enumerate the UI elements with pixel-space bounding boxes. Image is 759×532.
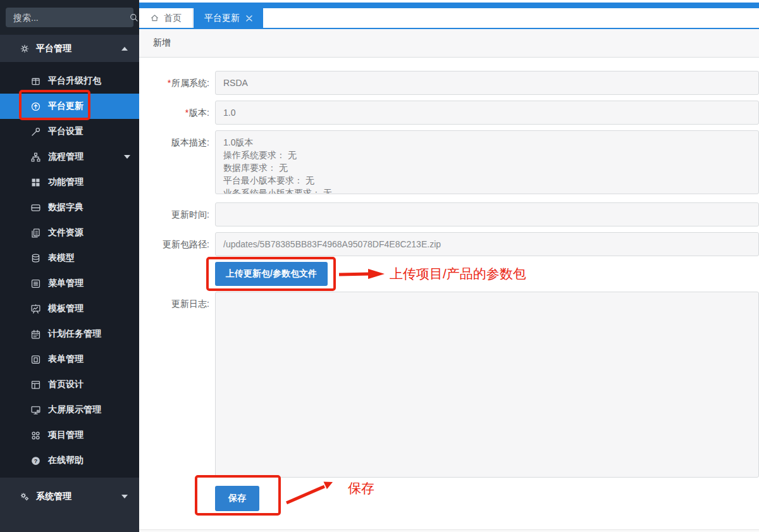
- tab-label: 首页: [164, 13, 182, 24]
- package-path-input[interactable]: [215, 232, 759, 256]
- tab-bar: 首页 平台更新: [139, 8, 759, 29]
- sidebar-item-data-dictionary[interactable]: 数据字典: [0, 195, 139, 220]
- version-input[interactable]: [215, 101, 759, 125]
- menu-list-icon: [30, 278, 41, 289]
- app-window: 平台管理 平台升级打包 平台更新 平台设置 流程管理: [0, 0, 759, 532]
- sidebar-item-menu-management[interactable]: 菜单管理: [0, 271, 139, 296]
- sidebar-group-system-section: 系统管理: [0, 478, 139, 532]
- sidebar-item-label: 平台更新: [48, 101, 83, 112]
- tab-platform-update[interactable]: 平台更新: [194, 8, 263, 28]
- main-content: 首页 平台更新 新增 *所属系统: *版本: 版本描述: 1.0版本 操作系统要…: [139, 0, 759, 532]
- sitemap-icon: [30, 152, 41, 163]
- field-row-version: *版本:: [139, 101, 759, 125]
- platform-update-form: *所属系统: *版本: 版本描述: 1.0版本 操作系统要求： 无 数据库要求：…: [139, 58, 759, 511]
- save-row: 保存 保存: [139, 486, 759, 511]
- search-input[interactable]: [12, 12, 129, 23]
- home-icon: [150, 13, 159, 23]
- sidebar-item-label: 表单管理: [48, 354, 83, 365]
- files-icon: [30, 228, 41, 238]
- annotation-arrow-upload: [338, 264, 387, 284]
- sidebar-item-label: 表模型: [48, 252, 75, 264]
- tab-bar-accent-strip: [139, 3, 759, 8]
- tab-home[interactable]: 首页: [139, 8, 193, 28]
- sidebar: 平台管理 平台升级打包 平台更新 平台设置 流程管理: [0, 0, 139, 532]
- project-icon: [30, 430, 41, 441]
- sidebar-item-process-management[interactable]: 流程管理: [0, 144, 139, 170]
- field-row-update-time: 更新时间:: [139, 202, 759, 226]
- sidebar-item-file-resources[interactable]: 文件资源: [0, 220, 139, 245]
- sidebar-item-platform-update[interactable]: 平台更新: [0, 94, 139, 119]
- sidebar-item-scheduled-task-management[interactable]: 计划任务管理: [0, 321, 139, 347]
- sidebar-item-homepage-design[interactable]: 首页设计: [0, 372, 139, 397]
- sidebar-item-project-management[interactable]: 项目管理: [0, 423, 139, 448]
- sidebar-search-area: [0, 0, 139, 35]
- drive-icon: [30, 202, 41, 213]
- annotation-text-save: 保存: [348, 479, 374, 497]
- sidebar-item-label: 在线帮助: [48, 455, 83, 466]
- sidebar-item-label: 功能管理: [48, 176, 83, 188]
- sidebar-item-label: 模板管理: [48, 303, 83, 314]
- sidebar-group-label: 平台管理: [36, 43, 71, 54]
- toolbar: 新增: [139, 29, 759, 58]
- field-row-description: 版本描述: 1.0版本 操作系统要求： 无 数据库要求： 无 平台最小版本要求：…: [139, 130, 759, 194]
- update-time-label: 更新时间:: [139, 202, 215, 226]
- sidebar-item-platform-settings[interactable]: 平台设置: [0, 119, 139, 144]
- gears-icon: [20, 492, 30, 502]
- system-input[interactable]: [215, 71, 759, 95]
- sidebar-submenu: 平台升级打包 平台更新 平台设置 流程管理 功能管理: [0, 62, 139, 478]
- chevron-up-icon: [121, 47, 128, 51]
- update-log-label: 更新日志:: [139, 292, 215, 316]
- sidebar-item-label: 文件资源: [48, 227, 83, 238]
- sidebar-item-table-model[interactable]: 表模型: [0, 245, 139, 271]
- layout-icon: [30, 380, 41, 390]
- database-icon: [30, 253, 41, 264]
- sidebar-item-form-management[interactable]: 表单管理: [0, 347, 139, 372]
- update-time-input[interactable]: [215, 202, 759, 226]
- update-log-textarea[interactable]: [215, 292, 759, 478]
- upload-circle-icon: [30, 101, 41, 112]
- field-row-package-path: 更新包路径:: [139, 232, 759, 256]
- sidebar-item-label: 平台设置: [48, 126, 83, 137]
- annotation-text-upload: 上传项目/产品的参数包: [390, 265, 526, 283]
- sidebar-group-system-management[interactable]: 系统管理: [0, 483, 139, 510]
- sidebar-item-label: 数据字典: [48, 202, 83, 213]
- form-icon: [30, 354, 41, 365]
- sidebar-item-platform-upgrade-package[interactable]: 平台升级打包: [0, 68, 139, 94]
- sidebar-item-label: 大屏展示管理: [48, 404, 101, 416]
- sidebar-item-large-screen-management[interactable]: 大屏展示管理: [0, 397, 139, 423]
- gear-icon: [20, 44, 30, 54]
- description-textarea[interactable]: 1.0版本 操作系统要求： 无 数据库要求： 无 平台最小版本要求： 无 业务系…: [215, 130, 759, 194]
- tab-label: 平台更新: [204, 13, 240, 24]
- annotation-arrow-save: [285, 479, 336, 506]
- upload-package-button[interactable]: 上传更新包/参数包文件: [215, 262, 328, 286]
- system-label: *所属系统:: [139, 71, 215, 95]
- sidebar-item-template-management[interactable]: 模板管理: [0, 296, 139, 321]
- required-asterisk: *: [168, 78, 171, 88]
- sidebar-item-function-management[interactable]: 功能管理: [0, 170, 139, 195]
- package-path-label: 更新包路径:: [139, 232, 215, 256]
- upload-row: 上传更新包/参数包文件 上传项目/产品的参数包: [139, 262, 759, 286]
- required-asterisk: *: [185, 108, 188, 118]
- package-icon: [30, 76, 41, 87]
- screen-icon: [30, 405, 41, 416]
- search-icon: [129, 13, 139, 22]
- chevron-down-icon: [121, 495, 128, 498]
- help-icon: [30, 455, 41, 466]
- sidebar-item-online-help[interactable]: 在线帮助: [0, 448, 139, 473]
- version-label: *版本:: [139, 101, 215, 125]
- sidebar-item-label: 平台升级打包: [48, 75, 101, 87]
- sidebar-item-label: 流程管理: [48, 151, 83, 163]
- close-icon[interactable]: [246, 15, 252, 22]
- sidebar-group-label: 系统管理: [36, 491, 71, 502]
- sidebar-item-label: 项目管理: [48, 430, 83, 441]
- sidebar-item-label: 菜单管理: [48, 278, 83, 289]
- wrench-icon: [30, 127, 41, 137]
- chevron-down-icon: [124, 155, 130, 159]
- save-button[interactable]: 保存: [215, 486, 259, 511]
- template-board-icon: [30, 304, 41, 314]
- grid-icon: [30, 177, 41, 188]
- field-row-update-log: 更新日志:: [139, 292, 759, 478]
- sidebar-group-platform-management[interactable]: 平台管理: [0, 35, 139, 62]
- description-label: 版本描述:: [139, 130, 215, 154]
- sidebar-item-label: 首页设计: [48, 379, 83, 390]
